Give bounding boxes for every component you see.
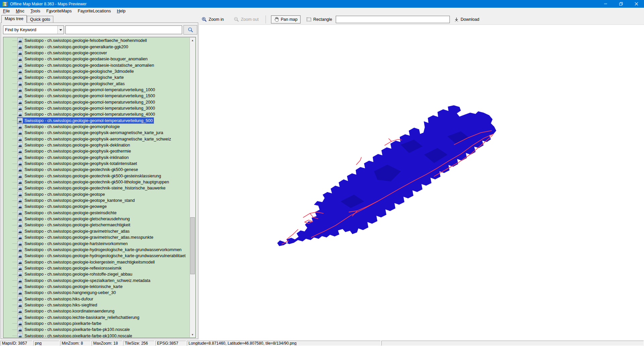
tree-item-content: Swisstopo - ch.swisstopo.geologie-geomol… — [17, 118, 154, 123]
tree-item[interactable]: Swisstopo - ch.swisstopo.geologie-gletsc… — [4, 222, 190, 228]
tree-item-content: Swisstopo - ch.swisstopo.geologie-geolog… — [17, 68, 135, 74]
tree-item[interactable]: Swisstopo - ch.swisstopo.geologie-reflex… — [4, 265, 190, 271]
tree-item[interactable]: Swisstopo - ch.swisstopo.geologie-gletsc… — [4, 216, 190, 222]
tree-item[interactable]: Swisstopo - ch.swisstopo.geologie-geolog… — [4, 80, 190, 86]
menu-misc[interactable]: Misc — [13, 8, 28, 14]
tree-item[interactable]: Swisstopo - ch.swisstopo.geologie-geotop… — [4, 197, 190, 204]
tree-item-content: Swisstopo - ch.swisstopo.geologie-hartst… — [17, 241, 129, 246]
pan-map-button[interactable]: Pan map — [271, 15, 301, 23]
scroll-up-arrow[interactable]: ▲ — [190, 38, 195, 43]
tree-item-label: Swisstopo - ch.swisstopo.geologie-geophy… — [24, 137, 172, 141]
dropdown-arrow-button[interactable] — [57, 26, 64, 34]
tree-item[interactable]: Swisstopo - ch.swisstopo.pixelkarte-farb… — [4, 327, 190, 333]
tree-connector — [12, 219, 17, 219]
tree-item[interactable]: Swisstopo - ch.swisstopo.geologie-felsob… — [4, 38, 190, 44]
scroll-down-arrow[interactable]: ▼ — [190, 332, 195, 337]
close-button[interactable] — [629, 0, 644, 8]
tree-item-content: Swisstopo - ch.swisstopo.hangneigung-ueb… — [17, 290, 117, 296]
tree-item[interactable]: Swisstopo - ch.swisstopo.geologie-geotec… — [4, 173, 190, 179]
tree-item[interactable]: Swisstopo - ch.swisstopo.geologie-geophy… — [4, 130, 190, 136]
rectangle-button[interactable]: Rectangle — [305, 15, 334, 23]
tree-item[interactable]: Swisstopo - ch.swisstopo.geologie-tekton… — [4, 284, 190, 290]
tree-item[interactable]: Swisstopo - ch.swisstopo.geologie-geomol… — [4, 111, 190, 117]
zoom-in-button[interactable]: Zoom in — [200, 15, 225, 23]
menu-favoritelocations[interactable]: FavoriteLocations — [75, 8, 114, 14]
minimize-button[interactable] — [598, 0, 613, 8]
tab-maps-tree[interactable]: Maps tree — [1, 15, 27, 23]
tree-item[interactable]: Swisstopo - ch.swisstopo.geologie-geomor… — [4, 124, 190, 130]
tree-item[interactable]: Swisstopo - ch.swisstopo.leichte-basiska… — [4, 314, 190, 320]
tree-item[interactable]: Swisstopo - ch.swisstopo.geologie-gestei… — [4, 210, 190, 216]
tree-item[interactable]: Swisstopo - ch.swisstopo.geologie-geotec… — [4, 185, 190, 191]
tree-connector — [12, 90, 17, 90]
tree-item[interactable]: Swisstopo - ch.swisstopo.geologie-geodae… — [4, 56, 190, 62]
tree-item[interactable]: Swisstopo - ch.swisstopo.geologie-geophy… — [4, 161, 190, 167]
scrollbar-thumb[interactable] — [190, 217, 195, 274]
tree-item[interactable]: Swisstopo - ch.swisstopo.geologie-geophy… — [4, 136, 190, 142]
tree-item[interactable]: Swisstopo - ch.swisstopo.pixelkarte-farb… — [4, 333, 190, 338]
title-bar: Offline Map Maker 8.363 - Maps Previewer — [0, 0, 644, 8]
tree-item[interactable]: Swisstopo - ch.swisstopo.geologie-geotop… — [4, 191, 190, 197]
tree-item[interactable]: Swisstopo - ch.swisstopo.geologie-geomol… — [4, 99, 190, 105]
zoom-in-label: Zoom in — [209, 17, 224, 22]
tree-item[interactable]: Swisstopo - ch.swisstopo.geologie-gravim… — [4, 228, 190, 234]
tree-item-label: Swisstopo - ch.swisstopo.geologie-gestei… — [24, 211, 117, 215]
tree-item-content: Swisstopo - ch.swisstopo.geologie-geophy… — [17, 130, 164, 136]
map-layer-icon — [17, 198, 23, 203]
tree-item[interactable]: Swisstopo - ch.swisstopo.geologie-geomol… — [4, 87, 190, 93]
tree-item[interactable]: Swisstopo - ch.swisstopo.geologie-geolog… — [4, 74, 190, 80]
tree-item[interactable]: Swisstopo - ch.swisstopo.hiks-siegfried — [4, 302, 190, 308]
tree-connector — [12, 336, 17, 336]
tree-item[interactable]: Swisstopo - ch.swisstopo.hangneigung-ueb… — [4, 290, 190, 296]
menu-help[interactable]: Help — [114, 8, 128, 14]
tree-item-label: Swisstopo - ch.swisstopo.geologie-geotec… — [24, 167, 139, 172]
tree-item[interactable]: Swisstopo - ch.swisstopo.geologie-genera… — [4, 44, 190, 50]
menu-file[interactable]: File — [0, 8, 13, 14]
tree-item-label: Swisstopo - ch.swisstopo.geologie-locker… — [24, 260, 156, 265]
tree-item[interactable]: Swisstopo - ch.swisstopo.geologie-hydrog… — [4, 247, 190, 253]
tree-item[interactable]: Swisstopo - ch.swisstopo.geologie-geotec… — [4, 167, 190, 173]
tree-item[interactable]: Swisstopo - ch.swisstopo.geologie-hydrog… — [4, 253, 190, 259]
menu-tools[interactable]: Tools — [28, 8, 43, 14]
map-canvas[interactable] — [199, 25, 644, 340]
tree-connector — [12, 213, 17, 213]
restore-button[interactable] — [613, 0, 629, 8]
tree-item[interactable]: Swisstopo - ch.swisstopo.geologie-spezia… — [4, 277, 190, 283]
menu-favoritemaps[interactable]: FavoriteMaps — [43, 8, 75, 14]
tree-item[interactable]: Swisstopo - ch.swisstopo.geologie-locker… — [4, 259, 190, 265]
tree-item[interactable]: Swisstopo - ch.swisstopo.geologie-geophy… — [4, 148, 190, 154]
map-layer-icon — [17, 124, 23, 129]
download-range-input[interactable] — [336, 16, 450, 23]
tree-item[interactable]: Swisstopo - ch.swisstopo.geologie-geocov… — [4, 50, 190, 56]
tree-item[interactable]: Swisstopo - ch.swisstopo.geologie-geomol… — [4, 105, 190, 111]
download-button[interactable]: Download — [452, 16, 481, 23]
tree-item[interactable]: Swisstopo - ch.swisstopo.hiks-dufour — [4, 296, 190, 302]
tree-item[interactable]: Swisstopo - ch.swisstopo.geologie-gravim… — [4, 234, 190, 240]
zoom-out-button[interactable]: Zoom out — [232, 15, 260, 23]
tab-quick-goto[interactable]: Quick goto — [27, 16, 54, 22]
map-layer-icon — [17, 272, 23, 277]
search-button[interactable] — [183, 25, 197, 35]
tree-item[interactable]: Swisstopo - ch.swisstopo.geologie-geodae… — [4, 62, 190, 68]
tree-item[interactable]: Swisstopo - ch.swisstopo.pixelkarte-farb… — [4, 321, 190, 327]
tree-item[interactable]: Swisstopo - ch.swisstopo.geologie-geolog… — [4, 68, 190, 74]
map-layer-icon — [17, 100, 23, 105]
tree-item-label: Swisstopo - ch.swisstopo.geologie-rohsto… — [24, 272, 133, 277]
tree-item[interactable]: Swisstopo - ch.swisstopo.geologie-geomol… — [4, 93, 190, 99]
tree-item[interactable]: Swisstopo - ch.swisstopo.geologie-hartst… — [4, 240, 190, 246]
search-input[interactable] — [65, 25, 182, 34]
tree-item-label: Swisstopo - ch.swisstopo.geologie-gletsc… — [24, 223, 131, 227]
tree-item[interactable]: Swisstopo - ch.swisstopo.geologie-geophy… — [4, 155, 190, 161]
tree-item[interactable]: Swisstopo - ch.swisstopo.geologie-rohsto… — [4, 271, 190, 277]
tree-item[interactable]: Swisstopo - ch.swisstopo.geologie-geotec… — [4, 179, 190, 185]
tree-scrollbar[interactable]: ▲ ▼ — [190, 38, 195, 337]
window-controls — [598, 0, 644, 8]
search-mode-dropdown[interactable]: Find by Keyword — [3, 25, 64, 34]
tree-item[interactable]: Swisstopo - ch.swisstopo.geologie-geomol… — [4, 117, 190, 123]
status-cell-4: TileSize: 256 — [123, 341, 155, 346]
tree-item[interactable]: Swisstopo - ch.swisstopo.koordinatenaend… — [4, 308, 190, 314]
tree-item[interactable]: Swisstopo - ch.swisstopo.geologie-geophy… — [4, 142, 190, 148]
zoom-out-label: Zoom out — [241, 17, 259, 22]
rectangle-label: Rectangle — [313, 17, 332, 22]
tree-item[interactable]: Swisstopo - ch.swisstopo.geologie-geoweg… — [4, 204, 190, 210]
